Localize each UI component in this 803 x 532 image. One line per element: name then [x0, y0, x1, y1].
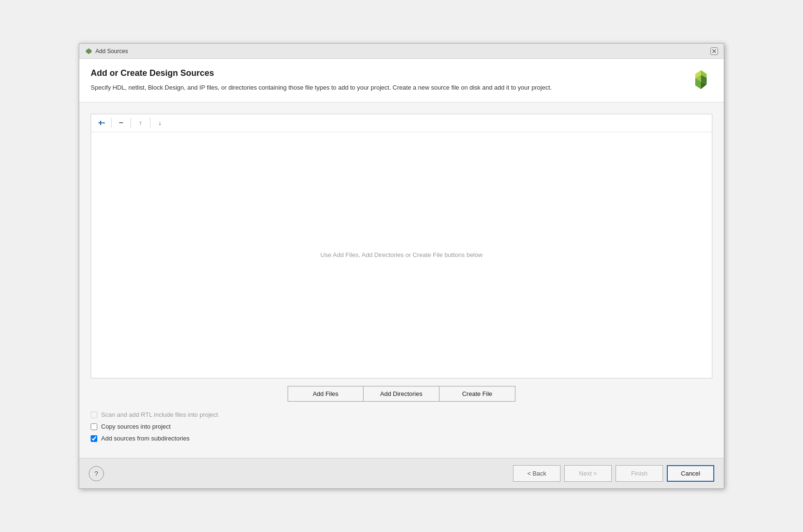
title-bar-title: Add Sources [95, 48, 128, 55]
move-down-icon: ↓ [159, 119, 162, 127]
add-files-button[interactable]: Add Files [288, 386, 364, 402]
copy-sources-checkbox[interactable] [91, 423, 97, 430]
title-bar-left: Add Sources [85, 47, 128, 55]
footer-left: ? [89, 466, 104, 481]
header-section: Add or Create Design Sources Specify HDL… [79, 59, 724, 102]
finish-button[interactable]: Finish [616, 465, 663, 482]
add-subdirs-checkbox[interactable] [91, 435, 97, 442]
add-icon: + [98, 119, 103, 127]
content-section: + ▾ − ↑ ↓ Use Add Files, Add Directories [79, 102, 724, 459]
toolbar-divider-2 [131, 118, 131, 128]
copy-sources-row: Copy sources into project [91, 423, 712, 430]
move-up-icon: ↑ [139, 119, 142, 127]
dialog: Add Sources ✕ Add or Create Design Sourc… [79, 43, 724, 489]
app-icon [85, 47, 93, 55]
add-subdirs-label: Add sources from subdirectories [101, 435, 189, 442]
next-button[interactable]: Next > [564, 465, 612, 482]
add-directories-button[interactable]: Add Directories [364, 386, 439, 402]
cancel-button[interactable]: Cancel [667, 465, 714, 482]
header-text: Add or Create Design Sources Specify HDL… [91, 68, 552, 92]
toolbar: + ▾ − ↑ ↓ [91, 114, 712, 132]
back-button[interactable]: < Back [513, 465, 560, 482]
scan-rtl-row: Scan and add RTL include files into proj… [91, 411, 712, 418]
add-subdirs-row: Add sources from subdirectories [91, 435, 712, 442]
file-list-container: + ▾ − ↑ ↓ Use Add Files, Add Directories [91, 114, 712, 379]
move-down-button[interactable]: ↓ [153, 117, 167, 129]
close-button[interactable]: ✕ [710, 47, 718, 55]
scan-rtl-label: Scan and add RTL include files into proj… [101, 411, 218, 418]
options-section: Scan and add RTL include files into proj… [91, 411, 712, 450]
empty-list-message: Use Add Files, Add Directories or Create… [320, 251, 483, 258]
help-button[interactable]: ? [89, 466, 104, 481]
add-source-button[interactable]: + ▾ [95, 117, 108, 129]
create-file-button[interactable]: Create File [439, 386, 515, 402]
page-title: Add or Create Design Sources [91, 68, 552, 78]
title-bar: Add Sources ✕ [79, 44, 724, 59]
svg-marker-0 [86, 48, 92, 54]
remove-icon: − [119, 119, 123, 127]
header-description: Specify HDL, netlist, Block Design, and … [91, 83, 552, 92]
add-dropdown-arrow: ▾ [103, 121, 105, 125]
action-buttons: Add Files Add Directories Create File [91, 386, 712, 402]
toolbar-divider-1 [111, 118, 112, 128]
footer: ? < Back Next > Finish Cancel [79, 458, 724, 488]
copy-sources-label: Copy sources into project [101, 423, 171, 430]
scan-rtl-checkbox[interactable] [91, 412, 97, 418]
footer-right: < Back Next > Finish Cancel [513, 465, 714, 482]
remove-source-button[interactable]: − [114, 117, 128, 129]
move-up-button[interactable]: ↑ [134, 117, 147, 129]
vivado-logo [690, 68, 712, 91]
toolbar-divider-3 [150, 118, 150, 128]
file-list-body: Use Add Files, Add Directories or Create… [91, 132, 712, 378]
